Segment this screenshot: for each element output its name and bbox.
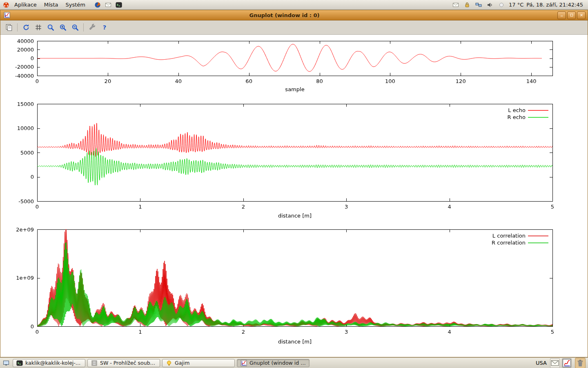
taskbar: kaklik@kaklik-kolej-u...SW - Prohlížeč s… [0, 357, 588, 368]
desktop: AplikaceMístaSystém 17 °C Pá, 18. září, … [0, 0, 588, 368]
taskbar-item-label: Gajim [175, 360, 189, 366]
correlation-distance-chart[interactable] [0, 223, 588, 350]
tray-mail-icon[interactable] [550, 358, 560, 368]
file-manager-icon [91, 359, 98, 367]
mail-icon[interactable] [452, 1, 459, 9]
top-panel: AplikaceMístaSystém 17 °C Pá, 18. září, … [0, 0, 588, 10]
zoom-in-button[interactable] [57, 22, 68, 33]
terminal-icon [16, 359, 23, 367]
temperature-label[interactable]: 17 °C [509, 2, 523, 8]
taskbar-item-gajim[interactable]: Gajim [162, 359, 235, 367]
window-titlebar[interactable]: Gnuplot (window id : 0) [0, 10, 588, 20]
tray-icons [550, 358, 572, 368]
plot-area [0, 35, 588, 357]
taskbar-item-terminal[interactable]: kaklik@kaklik-kolej-u... [13, 359, 85, 367]
window-title: Gnuplot (window id : 0) [13, 12, 556, 18]
zoom-original-button[interactable] [45, 22, 56, 33]
help-button[interactable]: ? [99, 22, 110, 33]
status-icons [451, 1, 506, 9]
gnuplot-window: Gnuplot (window id : 0) ? [0, 10, 588, 357]
panel-menubar: AplikaceMístaSystém [11, 1, 89, 9]
gnuplot-window-icon[interactable] [3, 11, 11, 19]
taskbar-item-label: kaklik@kaklik-kolej-u... [25, 360, 82, 366]
system-tray: USA [536, 358, 586, 368]
keyboard-layout-indicator[interactable]: USA [536, 360, 547, 366]
lock-icon[interactable] [463, 1, 471, 9]
ubuntu-logo-icon[interactable] [2, 1, 10, 9]
toolbar-separator [83, 23, 84, 31]
configure-button[interactable] [87, 22, 98, 33]
task-list: kaklik@kaklik-kolej-u...SW - Prohlížeč s… [13, 359, 310, 367]
menu-system[interactable]: Systém [62, 1, 89, 9]
taskbar-item-label: SW - Prohlížeč souborů [100, 360, 157, 366]
minimize-button[interactable] [557, 11, 566, 19]
zoom-out-button[interactable] [69, 22, 80, 33]
show-desktop-icon[interactable] [2, 359, 10, 367]
toolbar-separator [17, 23, 18, 31]
mail-icon[interactable] [105, 1, 112, 9]
echo-distance-chart[interactable] [0, 96, 588, 223]
firefox-icon[interactable] [94, 1, 101, 9]
replot-button[interactable] [20, 22, 31, 33]
maximize-button[interactable] [567, 11, 576, 19]
copy-button[interactable] [3, 22, 14, 33]
clock-label[interactable]: Pá, 18. září, 21:42:45 [526, 2, 583, 8]
volume-icon[interactable] [486, 1, 494, 9]
weather-icon[interactable] [498, 1, 505, 9]
taskbar-item-label: Gnuplot (window id : 0) [249, 360, 306, 366]
network-icon[interactable] [475, 1, 482, 9]
trash-icon[interactable] [575, 358, 586, 368]
gnuplot-icon [240, 359, 247, 367]
grid-button[interactable] [33, 22, 44, 33]
menu-mista[interactable]: Místa [40, 1, 62, 9]
sample-waveform-chart[interactable] [0, 35, 588, 96]
taskbar-item-gnuplot[interactable]: Gnuplot (window id : 0) [237, 359, 310, 367]
close-button[interactable] [577, 11, 586, 19]
gnuplot-toolbar: ? [0, 20, 588, 35]
window-controls [557, 11, 586, 19]
tray-chart-icon[interactable] [562, 358, 572, 368]
gajim-icon [165, 359, 173, 367]
svg-text:?: ? [102, 24, 106, 31]
panel-status-area: 17 °C Pá, 18. září, 21:42:45 [451, 1, 586, 9]
panel-launchers [93, 1, 123, 9]
menu-aplikace[interactable]: Aplikace [11, 1, 40, 9]
taskbar-item-file-manager[interactable]: SW - Prohlížeč souborů [87, 359, 160, 367]
terminal-icon[interactable] [115, 1, 122, 9]
